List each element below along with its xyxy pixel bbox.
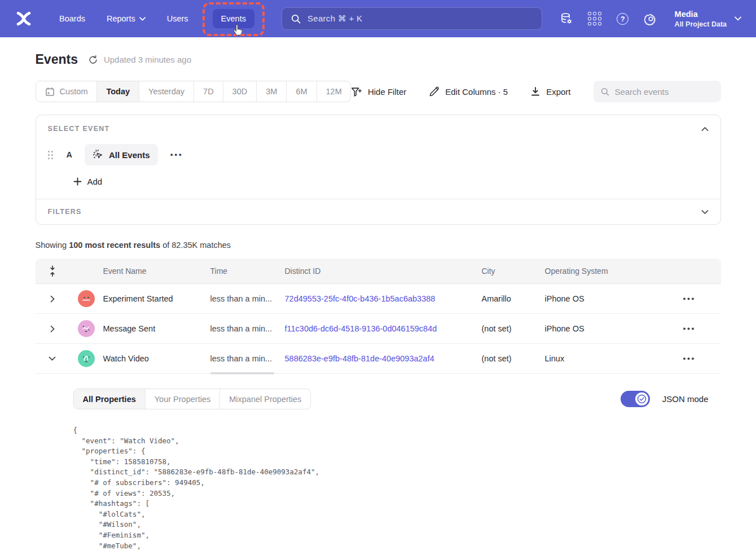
- add-event-button[interactable]: Add: [73, 177, 709, 186]
- date-range-label: Today: [106, 87, 130, 96]
- settings-button[interactable]: [640, 7, 662, 30]
- chevron-right-icon[interactable]: [50, 325, 55, 333]
- date-range-7d[interactable]: 7D: [194, 81, 223, 102]
- database-gear-icon: [560, 12, 573, 25]
- date-range-yesterday[interactable]: Yesterday: [139, 81, 194, 102]
- date-range-today[interactable]: Today: [97, 81, 139, 102]
- filter-plus-icon: [351, 86, 362, 97]
- event-row-letter: A: [67, 150, 72, 159]
- pencil-icon: [429, 86, 439, 97]
- cell-city: Amarillo: [482, 294, 545, 303]
- chevron-right-icon[interactable]: [50, 295, 55, 303]
- collapse-rows-icon[interactable]: [49, 265, 56, 277]
- cell-city: (not set): [482, 324, 545, 333]
- global-search-input[interactable]: Search ⌘ + K: [282, 7, 542, 30]
- row-more-button[interactable]: ●●●: [678, 322, 700, 335]
- horizontal-scrollbar-thumb[interactable]: [210, 372, 274, 374]
- tab-label: All Properties: [83, 395, 136, 404]
- nav-item-reports[interactable]: Reports: [98, 9, 154, 28]
- magic-cursor-icon: [93, 149, 104, 160]
- check-icon: [637, 394, 647, 404]
- tab-all-properties[interactable]: All Properties: [74, 389, 146, 409]
- nav-item-users[interactable]: Users: [159, 9, 197, 28]
- event-json-code: { "event": "Watch Video", "properties": …: [73, 425, 709, 550]
- drag-handle-icon[interactable]: [48, 151, 53, 159]
- row-more-button[interactable]: ●●●: [678, 352, 700, 365]
- event-pill-label: All Events: [109, 150, 150, 160]
- cell-distinct-id-link[interactable]: 5886283e-e9fb-48fb-81de-40e9093a2af4: [285, 354, 482, 363]
- select-event-label: SELECT EVENT: [48, 125, 110, 133]
- tab-label: Mixpanel Properties: [229, 395, 301, 404]
- results-summary: Showing 100 most recent results of 82.35…: [36, 241, 721, 250]
- event-avatar: [78, 320, 95, 337]
- json-mode-label: JSON mode: [662, 394, 709, 404]
- download-icon: [530, 86, 540, 97]
- date-range-label: Yesterday: [148, 87, 184, 96]
- cell-event-name: Message Sent: [103, 324, 210, 333]
- cell-distinct-id-link[interactable]: 72d49553-25fc-4f0c-b436-1b5ac6ab3388: [285, 294, 482, 303]
- project-switcher[interactable]: Media All Project Data: [675, 9, 741, 28]
- data-management-button[interactable]: [555, 7, 578, 30]
- mixpanel-logo-icon[interactable]: [11, 6, 36, 31]
- date-range-label: 3M: [266, 87, 277, 96]
- column-header-city[interactable]: City: [482, 267, 545, 276]
- search-events-field[interactable]: [594, 81, 721, 102]
- date-range-label: 6M: [296, 87, 307, 96]
- cell-event-name: Experiment Started: [103, 294, 210, 303]
- summary-count: 100 most recent results: [69, 241, 160, 250]
- export-label: Export: [546, 87, 570, 97]
- refresh-icon[interactable]: [88, 55, 98, 65]
- table-row[interactable]: Experiment Started less than a min... 72…: [36, 284, 721, 314]
- hide-filter-button[interactable]: Hide Filter: [351, 86, 406, 97]
- column-header-distinct-id[interactable]: Distinct ID: [285, 267, 482, 276]
- events-table: Event Name Time Distinct ID City Operati…: [36, 259, 721, 550]
- query-builder-card: SELECT EVENT A All Events ●●●: [36, 115, 721, 225]
- top-navbar: Boards Reports Users Events Search ⌘ + K: [0, 0, 756, 37]
- table-row[interactable]: Message Sent less than a min... f11c30d6…: [36, 314, 721, 344]
- json-mode-toggle[interactable]: [621, 391, 650, 407]
- edit-columns-button[interactable]: Edit Columns · 5: [429, 86, 508, 97]
- date-range-12m[interactable]: 12M: [317, 81, 351, 102]
- tab-mixpanel-properties[interactable]: Mixpanel Properties: [220, 389, 310, 409]
- date-range-3m[interactable]: 3M: [257, 81, 287, 102]
- date-range-label: 7D: [203, 87, 214, 96]
- cell-os: iPhone OS: [545, 324, 658, 333]
- column-header-time[interactable]: Time: [210, 267, 285, 276]
- search-icon: [291, 14, 301, 24]
- filters-label: FILTERS: [48, 208, 82, 216]
- chevron-down-icon: [701, 209, 709, 215]
- summary-prefix: Showing: [36, 241, 69, 250]
- cell-distinct-id-link[interactable]: f11c30d6-dc6d-4518-9136-0d046159c84d: [285, 324, 482, 333]
- chevron-up-icon[interactable]: [701, 126, 709, 132]
- date-range-label: 12M: [326, 87, 342, 96]
- nav-item-label: Events: [221, 14, 246, 23]
- cell-time: less than a min...: [210, 354, 285, 363]
- apps-grid-icon: [588, 12, 601, 25]
- column-header-os[interactable]: Operating System: [545, 267, 658, 276]
- event-more-button[interactable]: ●●●: [166, 149, 187, 161]
- apps-grid-button[interactable]: [583, 7, 606, 30]
- filters-section-toggle[interactable]: FILTERS: [36, 199, 720, 224]
- tab-your-properties[interactable]: Your Properties: [146, 389, 220, 409]
- chevron-down-icon: [139, 17, 146, 21]
- search-events-input[interactable]: [614, 87, 713, 97]
- date-range-30d[interactable]: 30D: [223, 81, 257, 102]
- event-selector-pill[interactable]: All Events: [85, 144, 158, 165]
- date-range-custom[interactable]: Custom: [36, 81, 98, 102]
- date-range-label: 30D: [232, 87, 248, 96]
- hide-filter-label: Hide Filter: [368, 87, 406, 97]
- column-header-event-name[interactable]: Event Name: [103, 267, 210, 276]
- nav-item-boards[interactable]: Boards: [51, 9, 94, 28]
- calendar-icon: [45, 87, 55, 97]
- row-more-button[interactable]: ●●●: [678, 293, 700, 305]
- event-avatar: [78, 350, 95, 367]
- help-button[interactable]: ?: [612, 7, 634, 30]
- table-row-expanded[interactable]: Watch Video less than a min... 5886283e-…: [36, 344, 721, 374]
- nav-item-label: Boards: [59, 14, 85, 23]
- export-button[interactable]: Export: [530, 86, 570, 97]
- nav-item-label: Reports: [107, 14, 135, 23]
- chevron-down-icon[interactable]: [49, 356, 56, 361]
- date-range-6m[interactable]: 6M: [287, 81, 317, 102]
- add-label: Add: [87, 177, 103, 186]
- plus-icon: [73, 177, 82, 186]
